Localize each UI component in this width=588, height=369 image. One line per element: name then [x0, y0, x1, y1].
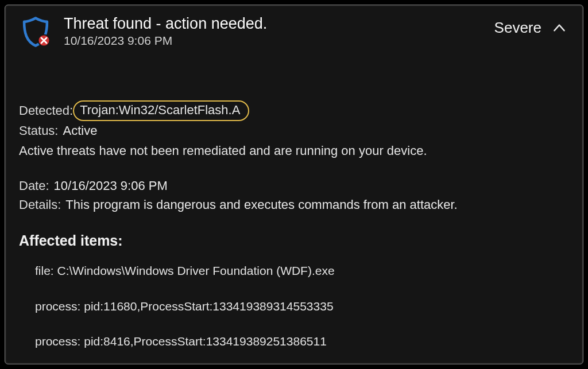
chevron-up-icon [552, 21, 567, 36]
shield-alert-icon [19, 14, 52, 51]
affected-items-list: file: C:\Windows\Windows Driver Foundati… [19, 262, 569, 351]
severity-label: Severe [494, 19, 541, 37]
detected-value-highlight: Trojan:Win32/ScarletFlash.A [73, 100, 249, 121]
status-row: Status: Active [19, 121, 569, 140]
details-label: Details: [19, 195, 61, 214]
title-block: Threat found - action needed. 10/16/2023… [64, 14, 483, 48]
date-value: 10/16/2023 9:06 PM [54, 176, 168, 195]
status-description: Active threats have not been remediated … [19, 141, 569, 160]
severity-toggle[interactable]: Severe [494, 14, 569, 37]
detected-value: Trojan:Win32/ScarletFlash.A [80, 103, 240, 117]
details-row: Details: This program is dangerous and e… [19, 195, 569, 214]
detected-row: Detected: Trojan:Win32/ScarletFlash.A [19, 100, 569, 121]
threat-details: Detected: Trojan:Win32/ScarletFlash.A St… [19, 100, 569, 351]
alert-title: Threat found - action needed. [64, 14, 483, 33]
affected-item: process: pid:8416,ProcessStart:133419389… [35, 332, 569, 351]
status-label: Status: [19, 121, 58, 140]
affected-items-title: Affected items: [19, 230, 569, 252]
affected-item: file: C:\Windows\Windows Driver Foundati… [35, 262, 569, 280]
detected-label: Detected: [19, 101, 73, 120]
affected-item: process: pid:11680,ProcessStart:13341938… [35, 297, 569, 316]
date-row: Date: 10/16/2023 9:06 PM [19, 176, 569, 195]
alert-timestamp: 10/16/2023 9:06 PM [64, 34, 483, 48]
header-row: Threat found - action needed. 10/16/2023… [19, 14, 569, 51]
status-value: Active [63, 121, 97, 140]
threat-alert-panel: Threat found - action needed. 10/16/2023… [5, 5, 583, 364]
date-label: Date: [19, 176, 49, 195]
details-value: This program is dangerous and executes c… [65, 195, 457, 214]
